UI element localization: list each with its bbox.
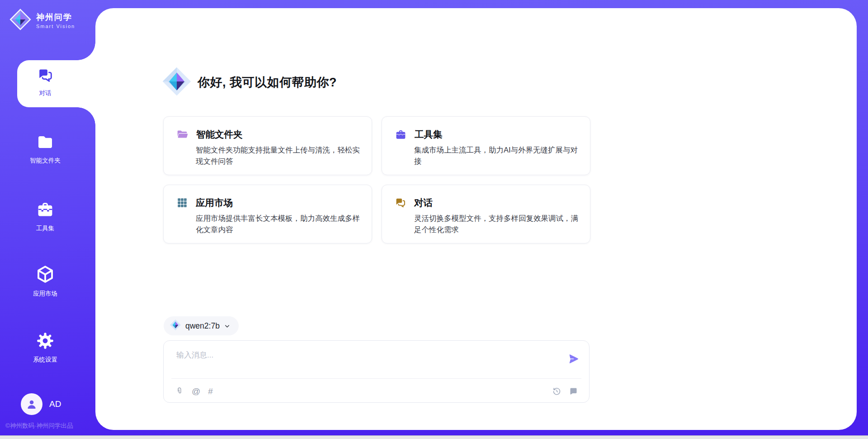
sidebar: 神州问学 Smart Vision 对话 智能文件夹 工具 [0, 0, 95, 439]
brand-name: 神州问学 [36, 12, 75, 23]
card-title: 工具集 [415, 128, 443, 141]
sidebar-item-label: 应用市场 [0, 290, 90, 298]
history-icon[interactable] [552, 387, 561, 396]
card-description: 智能文件夹功能支持批量文件上传与清洗，轻松实现文件问答 [196, 144, 360, 167]
send-button[interactable] [568, 353, 580, 365]
sidebar-item-settings[interactable]: 系统设置 [0, 331, 90, 364]
model-name: qwen2:7b [185, 321, 220, 331]
grid-icon [176, 197, 188, 209]
copyright-text: ©神州数码·神州问学出品 [5, 422, 73, 430]
send-icon [568, 353, 580, 365]
user-initials: AD [49, 399, 61, 409]
feature-cards: 智能文件夹 智能文件夹功能支持批量文件上传与清洗，轻松实现文件问答 工具集 集成… [163, 116, 590, 243]
sidebar-item-toolset[interactable]: 工具集 [0, 200, 90, 233]
model-selector[interactable]: qwen2:7b [164, 316, 239, 335]
gear-icon [36, 331, 55, 352]
brand-logo: 神州问学 Smart Vision [9, 8, 75, 33]
greeting-title: 你好, 我可以如何帮助你? [198, 74, 337, 91]
chat-bubbles-icon [395, 197, 406, 209]
model-diamond-icon [170, 319, 181, 333]
user-profile[interactable]: AD [21, 393, 61, 415]
chevron-down-icon [224, 323, 231, 329]
window-bottom-edge [0, 435, 868, 439]
sidebar-item-label: 智能文件夹 [0, 157, 90, 165]
composer-divider [171, 378, 581, 379]
card-smart-folder[interactable]: 智能文件夹 智能文件夹功能支持批量文件上传与清洗，轻松实现文件问答 [163, 116, 372, 175]
sidebar-item-app-market[interactable]: 应用市场 [0, 264, 90, 298]
message-composer: @ # [163, 340, 590, 403]
avatar [21, 393, 42, 415]
greeting: 你好, 我可以如何帮助你? [161, 66, 337, 99]
card-description: 集成市场上主流工具，助力AI与外界无缝扩展与对接 [414, 144, 578, 167]
chat-bubbles-icon [37, 67, 54, 86]
sidebar-item-label: 工具集 [0, 224, 90, 233]
sidebar-item-label: 系统设置 [0, 356, 90, 364]
card-description: 应用市场提供丰富长文本模板，助力高效生成多样化文章内容 [196, 213, 360, 235]
hashtag-icon[interactable]: # [208, 387, 213, 396]
card-description: 灵活切换多模型文件，支持多样回复效果调试，满足个性化需求 [414, 213, 578, 235]
folder-open-icon [176, 129, 189, 141]
sidebar-item-chat[interactable]: 对话 [0, 67, 90, 97]
attachment-icon[interactable] [175, 386, 184, 396]
sidebar-item-label: 对话 [0, 89, 90, 97]
card-title: 对话 [414, 196, 433, 209]
card-chat[interactable]: 对话 灵活切换多模型文件，支持多样回复效果调试，满足个性化需求 [382, 185, 590, 243]
cube-icon [35, 264, 55, 286]
tab-curve-bottom [77, 107, 95, 125]
folder-icon [36, 133, 54, 153]
briefcase-icon [395, 129, 407, 141]
chat-home: 你好, 我可以如何帮助你? 智能文件夹 智能文件夹功能支持批量文件上传与清洗，轻… [163, 0, 590, 439]
message-input[interactable] [176, 350, 547, 375]
person-icon [25, 398, 38, 410]
mention-icon[interactable]: @ [192, 387, 200, 396]
toolbox-icon [36, 200, 55, 221]
sidebar-item-smart-folder[interactable]: 智能文件夹 [0, 133, 90, 165]
card-title: 应用市场 [196, 196, 233, 209]
card-toolset[interactable]: 工具集 集成市场上主流工具，助力AI与外界无缝扩展与对接 [382, 116, 590, 175]
brand-subtitle: Smart Vision [36, 24, 75, 29]
tab-curve-top [77, 42, 95, 60]
greeting-diamond-icon [161, 66, 192, 99]
feedback-bubble-icon[interactable] [569, 387, 578, 396]
card-app-market[interactable]: 应用市场 应用市场提供丰富长文本模板，助力高效生成多样化文章内容 [163, 185, 372, 243]
brand-diamond-icon [9, 8, 32, 33]
card-title: 智能文件夹 [196, 128, 243, 141]
